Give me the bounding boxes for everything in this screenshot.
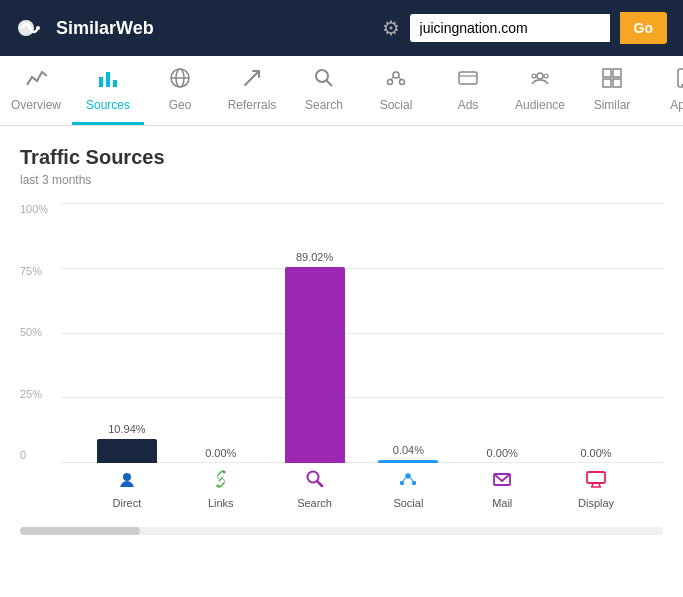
svg-point-17 xyxy=(537,73,543,79)
sidebar-item-referrals[interactable]: Referrals xyxy=(216,56,288,125)
svg-rect-21 xyxy=(613,69,621,77)
nav-label-audience: Audience xyxy=(515,98,565,112)
logo-text: SimilarWeb xyxy=(56,18,154,39)
sidebar-item-geo[interactable]: Geo xyxy=(144,56,216,125)
referrals-icon xyxy=(241,67,263,94)
geo-icon xyxy=(169,67,191,94)
bar-group-social: 0.04% xyxy=(368,444,448,463)
bar-group-mail: 0.00% xyxy=(462,447,542,463)
svg-line-13 xyxy=(391,77,393,80)
sidebar-item-ads[interactable]: Ads xyxy=(432,56,504,125)
y-label-100: 100% xyxy=(20,203,60,215)
bar-value-display: 0.00% xyxy=(580,447,611,459)
nav-label-social: Social xyxy=(380,98,413,112)
svg-point-11 xyxy=(388,79,393,84)
header: SimilarWeb ⚙ Go xyxy=(0,0,683,56)
bar-label-display: Display xyxy=(578,497,614,509)
apps-icon xyxy=(673,67,683,94)
svg-rect-15 xyxy=(459,72,477,84)
svg-line-34 xyxy=(411,478,413,481)
bar-label-social: Social xyxy=(393,497,423,509)
sidebar-item-apps[interactable]: Apps xyxy=(648,56,683,125)
ads-icon xyxy=(457,67,479,94)
sidebar-item-overview[interactable]: Overview xyxy=(0,56,72,125)
bar-group-display: 0.00% xyxy=(556,447,636,463)
bar-label-links: Links xyxy=(208,497,234,509)
svg-point-32 xyxy=(412,481,416,485)
date-range: last 3 months xyxy=(20,173,663,187)
page-title: Traffic Sources xyxy=(20,146,663,169)
bar-group-search: 89.02% xyxy=(275,251,355,463)
svg-line-27 xyxy=(219,477,223,481)
scrollbar-thumb[interactable] xyxy=(20,527,140,535)
y-label-75: 75% xyxy=(20,265,60,277)
y-label-25: 25% xyxy=(20,388,60,400)
bar-search[interactable] xyxy=(285,267,345,463)
nav-label-search: Search xyxy=(305,98,343,112)
svg-rect-23 xyxy=(613,79,621,87)
bar-label-direct: Direct xyxy=(113,497,142,509)
svg-line-33 xyxy=(404,478,406,481)
svg-point-12 xyxy=(400,79,405,84)
search-icon xyxy=(305,469,325,494)
svg-point-26 xyxy=(123,473,131,481)
sidebar-item-social[interactable]: Social xyxy=(360,56,432,125)
main-content: Traffic Sources last 3 months 100% 75% 5… xyxy=(0,126,683,597)
y-axis: 100% 75% 50% 25% 0 xyxy=(20,203,60,463)
bar-label-group-social: Social xyxy=(368,463,448,509)
svg-rect-36 xyxy=(587,472,605,483)
overview-icon xyxy=(25,67,47,94)
chart-area: 10.94%0.00%89.02%0.04%0.00%0.00% DirectL… xyxy=(60,203,663,523)
svg-line-29 xyxy=(317,481,322,486)
display-icon xyxy=(586,469,606,494)
scrollbar-track[interactable] xyxy=(20,527,663,535)
sidebar-item-audience[interactable]: Audience xyxy=(504,56,576,125)
bar-label-group-display: Display xyxy=(556,463,636,509)
domain-search-input[interactable] xyxy=(410,14,610,42)
sources-icon xyxy=(97,67,119,94)
bar-group-direct: 10.94% xyxy=(87,423,167,463)
header-search-area: ⚙ Go xyxy=(382,12,667,44)
social-icon xyxy=(385,67,407,94)
direct-icon xyxy=(117,469,137,494)
svg-point-18 xyxy=(532,74,536,78)
bar-direct[interactable] xyxy=(97,439,157,463)
bar-label-group-links: Links xyxy=(181,463,261,509)
bar-label-group-direct: Direct xyxy=(87,463,167,509)
svg-point-19 xyxy=(544,74,548,78)
sidebar-item-similar[interactable]: Similar xyxy=(576,56,648,125)
nav-label-geo: Geo xyxy=(169,98,192,112)
audience-icon xyxy=(529,67,551,94)
nav-label-referrals: Referrals xyxy=(228,98,277,112)
svg-rect-2 xyxy=(99,77,103,87)
svg-point-8 xyxy=(316,70,328,82)
nav-bar: Overview Sources Geo Referrals Search xyxy=(0,56,683,126)
svg-point-0 xyxy=(18,20,34,36)
bar-value-direct: 10.94% xyxy=(108,423,145,435)
bar-label-search: Search xyxy=(297,497,332,509)
similar-icon xyxy=(601,67,623,94)
bar-label-mail: Mail xyxy=(492,497,512,509)
traffic-sources-chart: 100% 75% 50% 25% 0 10.94%0.00%89.02%0.04… xyxy=(20,203,663,523)
bars-row: 10.94%0.00%89.02%0.04%0.00%0.00% xyxy=(60,203,663,463)
svg-rect-4 xyxy=(113,80,117,87)
gear-icon[interactable]: ⚙ xyxy=(382,16,400,40)
svg-rect-20 xyxy=(603,69,611,77)
links-icon xyxy=(211,469,231,494)
nav-label-overview: Overview xyxy=(11,98,61,112)
svg-point-30 xyxy=(406,473,412,479)
sidebar-item-search[interactable]: Search xyxy=(288,56,360,125)
bar-value-mail: 0.00% xyxy=(487,447,518,459)
bar-value-links: 0.00% xyxy=(205,447,236,459)
sidebar-item-sources[interactable]: Sources xyxy=(72,56,144,125)
y-label-0: 0 xyxy=(20,449,60,461)
bar-group-links: 0.00% xyxy=(181,447,261,463)
search-icon xyxy=(313,67,335,94)
svg-point-31 xyxy=(400,481,404,485)
bar-labels-row: DirectLinksSearchSocialMailDisplay xyxy=(60,463,663,523)
go-button[interactable]: Go xyxy=(620,12,667,44)
similarweb-logo xyxy=(16,12,48,44)
mail-icon xyxy=(492,469,512,494)
y-label-50: 50% xyxy=(20,326,60,338)
svg-line-9 xyxy=(327,80,333,86)
